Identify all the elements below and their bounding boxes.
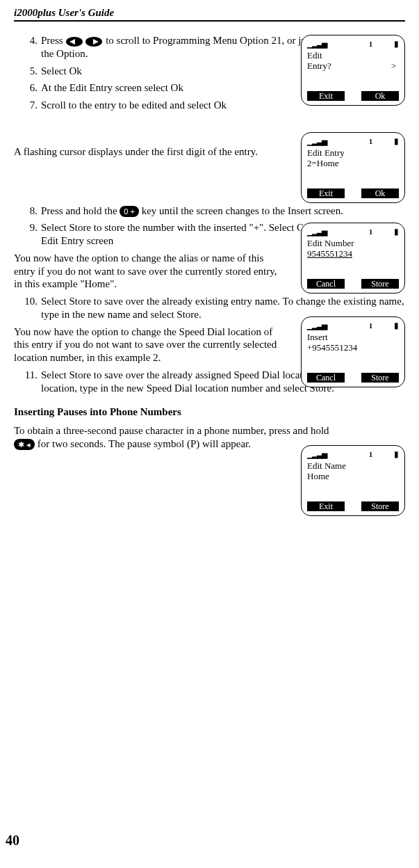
battery-icon: ▮ <box>394 321 399 331</box>
phone1-sk-right: Ok <box>361 91 399 101</box>
alias-paragraph: You now have the option to change the al… <box>14 252 278 291</box>
step-8: 8. Press and hold the 0 + key until the … <box>14 204 405 218</box>
phone3-sk-right: Store <box>361 279 399 289</box>
battery-icon: ▮ <box>394 137 399 147</box>
phone5-line1: Edit Name <box>307 461 399 472</box>
line-indicator: 1 <box>369 450 373 459</box>
step-8-text-b: key until the screen changes to the Inse… <box>142 205 343 216</box>
zero-key-icon: 0 + <box>120 206 139 217</box>
pause-text-b: for two seconds. The pause symbol (P) wi… <box>38 438 251 449</box>
scroll-keys-icon <box>65 36 103 47</box>
phone4-line2: +9545551234 <box>307 343 399 353</box>
cursor-paragraph: A flashing cursor displays under the fir… <box>14 145 292 159</box>
signal-icon: ▁▂▃▅ <box>307 227 327 236</box>
battery-icon: ▮ <box>394 40 399 49</box>
phone5-line2: Home <box>307 472 399 482</box>
line-indicator: 1 <box>369 40 373 49</box>
signal-icon: ▁▂▃▅ <box>307 321 327 330</box>
phone4-sk-left: Cancl <box>307 373 345 383</box>
phone5-sk-right: Store <box>361 501 399 511</box>
phone1-line2: Entry? <box>307 61 331 72</box>
phone3-line2: 9545551234 <box>307 248 352 259</box>
phone1-sk-left: Exit <box>307 91 345 101</box>
phone-screen-edit-entry: ▁▂▃▅ 1 ▮ Edit Entry? > Exit Ok <box>301 35 405 106</box>
page-header: i2000plus User's Guide <box>14 7 405 22</box>
phone3-line1: Edit Number <box>307 239 399 249</box>
line-indicator: 1 <box>369 321 373 330</box>
phone-screen-edit-entry-2: ▁▂▃▅ 1 ▮ Edit Entry 2=Home Exit Ok <box>301 132 405 203</box>
battery-icon: ▮ <box>394 450 399 460</box>
phone-screen-edit-number: ▁▂▃▅ 1 ▮ Edit Number 9545551234 Cancl St… <box>301 223 405 294</box>
phone-screen-insert: ▁▂▃▅ 1 ▮ Insert +9545551234 Cancl Store <box>301 316 405 387</box>
signal-icon: ▁▂▃▅ <box>307 137 327 146</box>
phone2-line1: Edit Entry <box>307 148 399 159</box>
phone4-line1: Insert <box>307 332 399 343</box>
star-key-icon: ✱ ◂ <box>14 439 35 450</box>
page-number: 40 <box>6 833 19 849</box>
phone2-sk-left: Exit <box>307 188 345 198</box>
signal-icon: ▁▂▃▅ <box>307 450 327 459</box>
line-indicator: 1 <box>369 227 373 236</box>
phone1-right: > <box>391 61 396 72</box>
phone5-sk-left: Exit <box>307 501 345 511</box>
phone2-sk-right: Ok <box>361 188 399 198</box>
pause-text-a: To obtain a three-second pause character… <box>14 425 329 436</box>
phone-screen-edit-name: ▁▂▃▅ 1 ▮ Edit Name Home Exit Store <box>301 445 405 516</box>
line-indicator: 1 <box>369 137 373 146</box>
phone4-sk-right: Store <box>361 373 399 383</box>
speeddial-paragraph: You now have the option to change the Sp… <box>14 326 278 364</box>
inserting-pauses-heading: Inserting Pauses into Phone Numbers <box>14 405 405 419</box>
phone1-line1: Edit <box>307 51 399 61</box>
step-8-text-a: Press and hold the <box>41 205 120 216</box>
battery-icon: ▮ <box>394 227 399 237</box>
phone3-sk-left: Cancl <box>307 279 345 289</box>
phone2-line2: 2=Home <box>307 159 399 169</box>
signal-icon: ▁▂▃▅ <box>307 40 327 49</box>
step-4-text-a: Press <box>41 35 65 46</box>
